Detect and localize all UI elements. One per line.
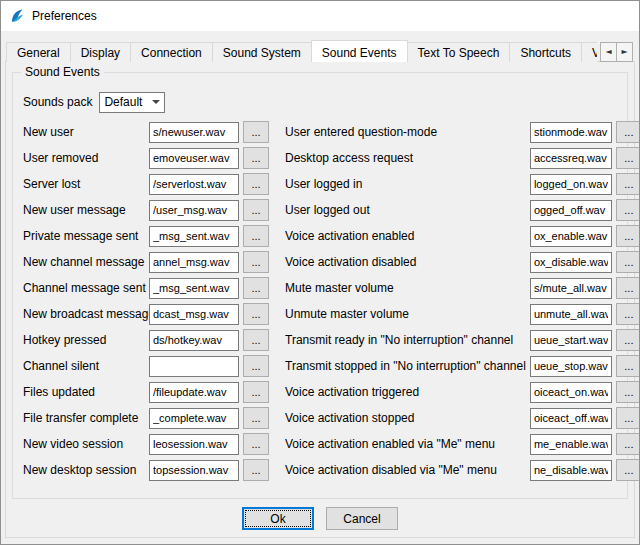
browse-button[interactable]: ... [243, 303, 269, 325]
browse-button[interactable]: ... [616, 199, 640, 221]
sound-event-row: New broadcast message ... [23, 301, 269, 327]
sound-file-input[interactable] [149, 174, 239, 195]
browse-button[interactable]: ... [616, 173, 640, 195]
sound-file-input[interactable] [530, 304, 612, 325]
sound-file-input[interactable] [149, 122, 239, 143]
browse-button[interactable]: ... [616, 433, 640, 455]
tab-scroll-left-button[interactable]: ◄ [600, 42, 617, 62]
sound-event-row: File transfer complete ... [23, 405, 269, 431]
sound-file-input[interactable] [530, 174, 612, 195]
browse-button[interactable]: ... [616, 329, 640, 351]
browse-button[interactable]: ... [616, 303, 640, 325]
tab-text-to-speech[interactable]: Text To Speech [407, 42, 511, 62]
sound-event-row: Voice activation disabled via "Me" menu … [285, 457, 640, 483]
sound-file-input[interactable] [530, 122, 612, 143]
sound-file-input[interactable] [530, 252, 612, 273]
browse-button[interactable]: ... [616, 407, 640, 429]
sound-file-input[interactable] [530, 460, 612, 481]
sound-file-input[interactable] [149, 226, 239, 247]
tab-scroll-right-button[interactable]: ► [616, 42, 633, 62]
browse-button[interactable]: ... [243, 251, 269, 273]
browse-button[interactable]: ... [243, 459, 269, 481]
sound-event-row: New user message ... [23, 197, 269, 223]
browse-button[interactable]: ... [616, 459, 640, 481]
sound-file-input[interactable] [149, 330, 239, 351]
tab-video[interactable]: Video [581, 42, 597, 62]
chevron-down-icon [152, 100, 160, 104]
footer: Ok Cancel [6, 507, 634, 530]
browse-button[interactable]: ... [616, 277, 640, 299]
ok-button[interactable]: Ok [242, 507, 314, 530]
sound-event-label: Voice activation disabled [285, 255, 530, 269]
sound-file-input[interactable] [149, 460, 239, 481]
sounds-pack-row: Sounds pack Default [23, 91, 627, 113]
browse-button[interactable]: ... [616, 225, 640, 247]
browse-button[interactable]: ... [243, 147, 269, 169]
sound-event-row: Hotkey pressed ... [23, 327, 269, 353]
browse-button[interactable]: ... [243, 199, 269, 221]
sound-file-input[interactable] [149, 382, 239, 403]
cancel-button[interactable]: Cancel [326, 507, 398, 530]
browse-button[interactable]: ... [243, 407, 269, 429]
sound-event-label: Channel message sent [23, 281, 149, 295]
sound-file-input[interactable] [530, 434, 612, 455]
sound-file-input[interactable] [530, 200, 612, 221]
tab-shortcuts[interactable]: Shortcuts [509, 42, 582, 62]
sound-event-row: Unmute master volume ... [285, 301, 640, 327]
browse-button[interactable]: ... [243, 121, 269, 143]
sound-file-input[interactable] [149, 434, 239, 455]
tab-sound-system[interactable]: Sound System [212, 42, 312, 62]
sound-file-input[interactable] [149, 408, 239, 429]
sound-event-row: Voice activation stopped ... [285, 405, 640, 431]
sound-file-input[interactable] [530, 226, 612, 247]
browse-button[interactable]: ... [616, 147, 640, 169]
browse-button[interactable]: ... [616, 381, 640, 403]
sounds-pack-select[interactable]: Default [99, 92, 165, 113]
sound-file-input[interactable] [149, 200, 239, 221]
sound-event-label: User logged out [285, 203, 530, 217]
tab-display[interactable]: Display [70, 42, 131, 62]
sound-event-label: Voice activation stopped [285, 411, 530, 425]
tab-connection[interactable]: Connection [130, 42, 213, 62]
sound-event-row: New desktop session ... [23, 457, 269, 483]
sound-file-input[interactable] [530, 148, 612, 169]
sound-file-input[interactable] [530, 356, 612, 377]
sound-event-label: Mute master volume [285, 281, 530, 295]
sound-event-label: New user message [23, 203, 149, 217]
tab-sound-events[interactable]: Sound Events [311, 40, 408, 62]
browse-button[interactable]: ... [243, 381, 269, 403]
browse-button[interactable]: ... [243, 225, 269, 247]
browse-button[interactable]: ... [243, 277, 269, 299]
sound-event-label: New user [23, 125, 149, 139]
sound-file-input[interactable] [530, 382, 612, 403]
browse-button[interactable]: ... [243, 355, 269, 377]
sound-event-label: User logged in [285, 177, 530, 191]
sound-file-input[interactable] [530, 408, 612, 429]
sounds-pack-label: Sounds pack [23, 95, 92, 109]
browse-button[interactable]: ... [243, 433, 269, 455]
sound-event-label: User removed [23, 151, 149, 165]
sound-file-input[interactable] [149, 356, 239, 377]
titlebar: Preferences [1, 1, 639, 31]
sound-file-input[interactable] [149, 278, 239, 299]
sound-file-input[interactable] [530, 278, 612, 299]
browse-button[interactable]: ... [616, 355, 640, 377]
tab-general[interactable]: General [6, 42, 71, 62]
sound-event-row: User removed ... [23, 145, 269, 171]
browse-button[interactable]: ... [243, 173, 269, 195]
browse-button[interactable]: ... [243, 329, 269, 351]
browse-button[interactable]: ... [616, 251, 640, 273]
sound-file-input[interactable] [149, 252, 239, 273]
sound-event-label: Transmit stopped in "No interruption" ch… [285, 359, 530, 373]
browse-button[interactable]: ... [616, 121, 640, 143]
sound-file-input[interactable] [149, 148, 239, 169]
sound-event-label: New channel message [23, 255, 149, 269]
window-title: Preferences [32, 9, 97, 23]
sound-file-input[interactable] [530, 330, 612, 351]
sound-file-input[interactable] [149, 304, 239, 325]
sound-event-label: Files updated [23, 385, 149, 399]
left-column: New user ... User removed ... Server los… [23, 119, 269, 483]
sound-event-row: Channel silent ... [23, 353, 269, 379]
sound-event-label: New desktop session [23, 463, 149, 477]
sound-event-row: User logged out ... [285, 197, 640, 223]
